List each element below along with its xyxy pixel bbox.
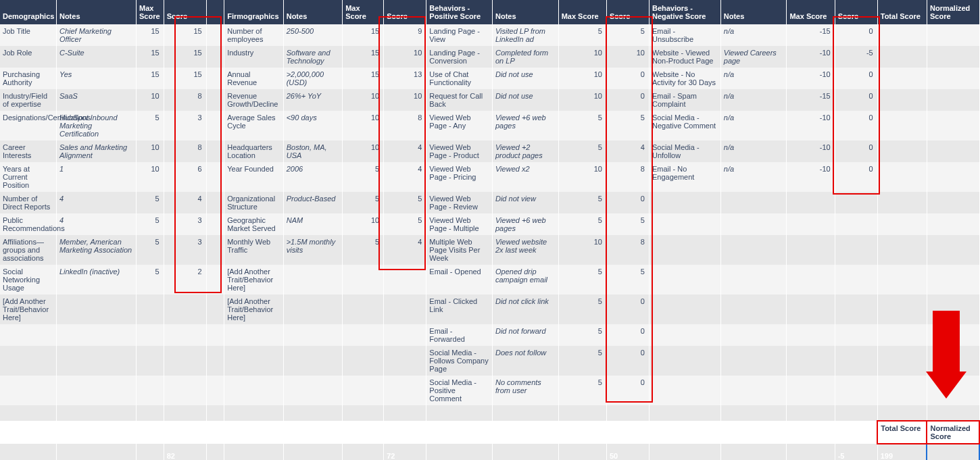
cell[interactable] [164,346,206,376]
cell[interactable]: Revenue Growth/Decline [224,89,284,111]
cell[interactable] [927,192,979,213]
cell[interactable]: Affiliations—groups and associations [0,235,56,265]
cell[interactable] [877,46,927,68]
cell[interactable]: 0 [606,324,649,346]
cell[interactable]: n/a [720,24,787,46]
cell[interactable]: Career Interests [0,140,56,162]
cell[interactable]: 10 [558,46,606,68]
cell[interactable] [877,295,927,324]
cell[interactable]: Viewed Web Page - Multiple [426,213,493,235]
cell[interactable] [787,376,835,405]
cell[interactable]: Opened drip campaign email [492,265,558,295]
cell[interactable] [787,213,835,235]
cell[interactable] [384,295,426,324]
cell[interactable] [56,295,136,324]
cell[interactable]: Number of Direct Reports [0,192,56,213]
cell[interactable]: Did not use [492,68,558,89]
cell[interactable]: 10 [343,140,384,162]
cell[interactable] [720,376,787,405]
cell[interactable]: Member, American Marketing Association [56,235,136,265]
cell[interactable]: n/a [720,140,787,162]
cell[interactable] [224,346,284,376]
cell[interactable]: Viewed Web Page - Pricing [426,162,493,192]
cell[interactable] [384,346,426,376]
cell[interactable]: 10 [343,213,384,235]
cell[interactable]: 15 [164,24,206,46]
cell[interactable]: 3 [164,111,206,140]
cell[interactable]: 8 [384,111,426,140]
cell[interactable] [877,265,927,295]
cell[interactable] [206,140,224,162]
cell[interactable]: Purchasing Authority [0,68,56,89]
cell[interactable]: Email - Opened [426,265,493,295]
cell[interactable] [343,295,384,324]
cell[interactable] [649,295,720,324]
cell[interactable]: 5 [136,265,164,295]
cell[interactable]: HubSpot Inbound Marketing Certification [56,111,136,140]
cell[interactable]: n/a [720,89,787,111]
cell[interactable]: 5 [606,111,649,140]
cell[interactable]: 5 [558,111,606,140]
cell[interactable]: Email - No Engagement [649,162,720,192]
cell[interactable]: 15 [343,24,384,46]
cell[interactable] [206,324,224,346]
cell[interactable]: 26%+ YoY [283,89,343,111]
cell[interactable]: 15 [136,24,164,46]
cell[interactable] [927,24,979,46]
cell[interactable] [877,324,927,346]
cell[interactable] [927,46,979,68]
cell[interactable] [136,346,164,376]
cell[interactable] [206,89,224,111]
cell[interactable]: 5 [558,192,606,213]
cell[interactable]: 10 [384,46,426,68]
cell[interactable]: [Add Another Trait/Behavior Here] [224,265,284,295]
cell[interactable]: Use of Chat Functionality [426,68,493,89]
cell[interactable]: 15 [343,46,384,68]
cell[interactable] [927,68,979,89]
cell[interactable]: 5 [558,376,606,405]
cell[interactable]: 5 [136,235,164,265]
cell[interactable] [720,265,787,295]
cell[interactable]: -10 [787,140,835,162]
cell[interactable] [927,265,979,295]
cell[interactable]: LinkedIn (inactive) [56,265,136,295]
cell[interactable] [0,324,56,346]
cell[interactable]: 5 [606,213,649,235]
cell[interactable]: 5 [558,346,606,376]
cell[interactable]: Did not forward [492,324,558,346]
cell[interactable]: Email - Forwarded [426,324,493,346]
cell[interactable] [206,46,224,68]
cell[interactable]: 2006 [283,162,343,192]
cell[interactable] [224,324,284,346]
cell[interactable]: Viewed Web Page - Product [426,140,493,162]
cell[interactable] [206,346,224,376]
cell[interactable]: 5 [343,162,384,192]
cell[interactable]: Landing Page - Conversion [426,46,493,68]
cell[interactable] [136,295,164,324]
cell[interactable] [206,295,224,324]
cell[interactable]: Software and Technology [283,46,343,68]
cell[interactable] [649,213,720,235]
cell[interactable]: Product-Based [283,192,343,213]
cell[interactable]: 0 [835,111,877,140]
cell[interactable]: 10 [136,89,164,111]
cell[interactable] [56,346,136,376]
cell[interactable]: Viewed +2 product pages [492,140,558,162]
cell[interactable]: Website - Viewed Non-Product Page [649,46,720,68]
cell[interactable]: -10 [787,68,835,89]
cell[interactable] [283,376,343,405]
cell[interactable]: Chief Marketing Officer [56,24,136,46]
cell[interactable] [720,346,787,376]
cell[interactable] [136,324,164,346]
cell[interactable]: 6 [164,162,206,192]
cell[interactable] [164,324,206,346]
cell[interactable] [384,265,426,295]
cell[interactable]: 15 [343,68,384,89]
cell[interactable]: Visited LP from LinkedIn ad [492,24,558,46]
cell[interactable]: Multiple Web Page Visits Per Week [426,235,493,265]
cell[interactable] [720,295,787,324]
cell[interactable]: Public Recommendations [0,213,56,235]
cell[interactable]: 10 [606,46,649,68]
cell[interactable]: Yes [56,68,136,89]
cell[interactable]: 2 [164,265,206,295]
